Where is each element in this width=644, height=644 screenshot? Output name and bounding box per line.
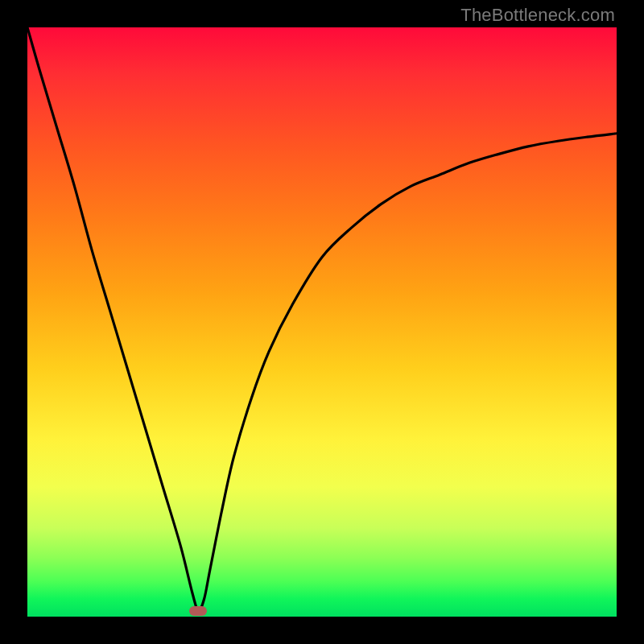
min-marker xyxy=(189,606,207,616)
chart-frame: TheBottleneck.com xyxy=(0,0,644,644)
plot-area xyxy=(27,27,617,617)
bottleneck-curve xyxy=(27,27,617,617)
watermark-label: TheBottleneck.com xyxy=(460,5,615,26)
